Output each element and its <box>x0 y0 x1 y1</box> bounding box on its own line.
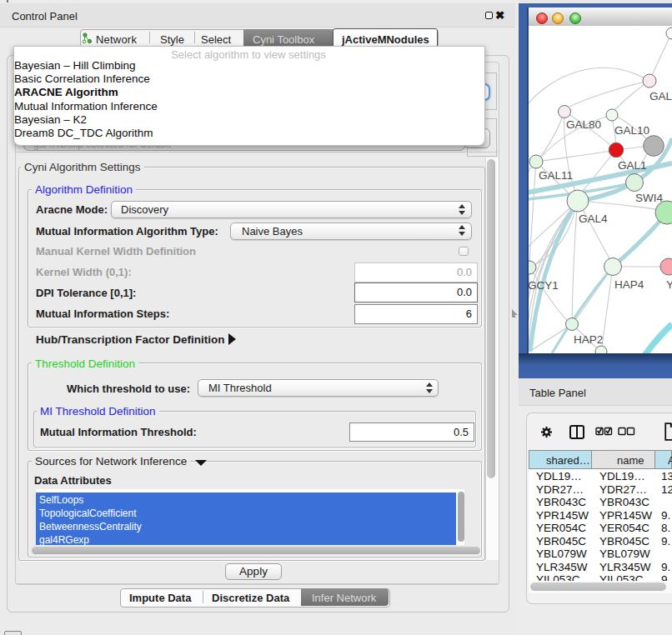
svg-text:GAL1: GAL1 <box>618 159 647 172</box>
svg-text:SWI4: SWI4 <box>635 192 663 204</box>
svg-text:GAL4: GAL4 <box>579 212 608 225</box>
svg-text:HAP4: HAP4 <box>614 278 644 291</box>
svg-text:GAL10: GAL10 <box>614 124 649 137</box>
svg-text:HAP2: HAP2 <box>574 333 603 346</box>
svg-text:GAL: GAL <box>649 90 672 102</box>
svg-text:GAL80: GAL80 <box>566 118 601 131</box>
svg-text:GCY1: GCY1 <box>529 279 559 292</box>
svg-text:Y: Y <box>666 278 672 291</box>
svg-text:GAL11: GAL11 <box>539 169 573 182</box>
